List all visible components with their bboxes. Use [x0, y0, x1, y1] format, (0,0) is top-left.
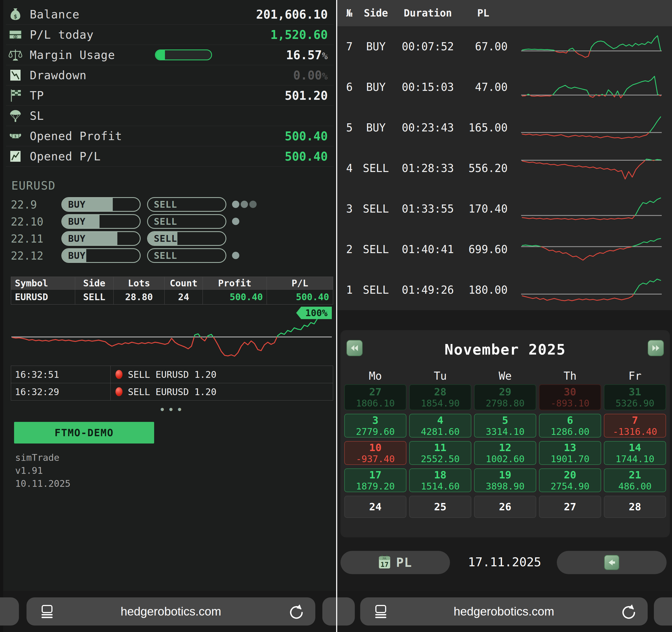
stat-label: Balance: [30, 8, 79, 21]
calendar-day-cell[interactable]: 193898.90: [474, 468, 536, 492]
day-pl-value: 4281.60: [421, 426, 459, 437]
positions-cell-profit: 500.40: [203, 290, 267, 304]
parachute-icon: [9, 109, 22, 122]
margin-usage-bar: [155, 49, 212, 60]
calendar-day-header: Fr: [604, 370, 666, 382]
day-number: 27: [564, 501, 576, 513]
browser-bar-right: hedgerobotics.com: [337, 591, 672, 632]
day-number: 30: [564, 386, 576, 398]
day-pl-value: 5326.90: [616, 398, 654, 409]
stat-row: Opened P/L500.40: [6, 146, 334, 167]
trade-duration: 00:07:52: [400, 26, 456, 67]
calendar-day-cell[interactable]: 30-893.10: [539, 384, 601, 410]
stat-row: SL: [6, 106, 334, 126]
day-number: 20: [564, 469, 576, 481]
calendar-day-cell[interactable]: 281854.90: [409, 384, 471, 410]
position-dot-icon: [249, 201, 257, 208]
calendar-day-cell[interactable]: 28: [604, 496, 666, 518]
calendar-day-cell[interactable]: 171879.20: [344, 468, 406, 492]
trade-side: BUY: [361, 107, 391, 148]
calendar-day-cell[interactable]: 131901.70: [539, 441, 601, 465]
day-number: 4: [437, 414, 443, 426]
buy-button[interactable]: BUY: [62, 248, 141, 263]
sell-button[interactable]: SELL: [147, 248, 226, 263]
svg-text:$: $: [14, 13, 17, 20]
calendar-day-cell[interactable]: 61286.00: [539, 414, 601, 438]
stat-label: Opened P/L: [30, 150, 101, 163]
stat-row: $P/L today1,520.60: [6, 25, 334, 45]
calendar-day-cell[interactable]: 26: [474, 496, 536, 518]
calendar-day-cell[interactable]: 202754.90: [539, 468, 601, 492]
calendar-day-cell[interactable]: 44281.60: [409, 414, 471, 438]
trade-number: 2: [340, 229, 359, 270]
calendar-day-cell[interactable]: 53314.10: [474, 414, 536, 438]
buy-button[interactable]: BUY: [62, 197, 141, 212]
adjacent-tab-fragment[interactable]: [0, 598, 19, 626]
day-pl-value: 3314.10: [486, 426, 524, 437]
positions-header-cell: Symbol: [11, 277, 75, 290]
account-stats-list: $Balance201,606.10$P/L today1,520.60Marg…: [6, 4, 334, 167]
calendar-day-cell[interactable]: 271806.10: [344, 384, 406, 410]
reload-icon[interactable]: [621, 604, 636, 620]
day-number: 31: [629, 386, 641, 398]
calendar-next-button[interactable]: [648, 340, 664, 356]
trade-pl: 165.00: [459, 107, 508, 148]
money-wings-icon: $: [9, 129, 22, 143]
calendar-day-cell[interactable]: 7-1316.40: [604, 414, 666, 438]
trade-row: 3SELL01:33:55170.40: [337, 189, 672, 229]
adjacent-tab-fragment[interactable]: [654, 598, 672, 626]
calendar-day-cell[interactable]: 25: [409, 496, 471, 518]
col-number: №: [340, 0, 359, 26]
calendar-day-cell[interactable]: 32779.60: [344, 414, 406, 438]
calendar-day-cell[interactable]: 315326.90: [604, 384, 666, 410]
log-more-dots[interactable]: •••: [11, 404, 333, 416]
calendar-day-header: Th: [539, 370, 601, 382]
trade-pl: 47.00: [459, 67, 508, 107]
ladder-row: 22.10BUYSELL: [6, 213, 334, 230]
log-time: 16:32:29: [11, 383, 111, 400]
price-level: 22.9: [11, 198, 37, 211]
pl-button-label: PL: [396, 555, 412, 570]
trade-row: 2SELL01:40:41699.60: [337, 229, 672, 270]
pl-mode-button[interactable]: JUL17 PL: [340, 551, 450, 574]
buy-button[interactable]: BUY: [62, 231, 141, 246]
calendar-day-cell[interactable]: 112552.50: [409, 441, 471, 465]
chart-down-icon: [9, 68, 22, 82]
day-pl-value: 1879.20: [356, 481, 394, 492]
sell-button[interactable]: SELL: [147, 214, 226, 229]
calendar-title: November 2025: [340, 341, 670, 358]
account-button[interactable]: FTMO-DEMO: [14, 422, 154, 443]
calendar-day-cell[interactable]: 181514.60: [409, 468, 471, 492]
calendar-day-cell[interactable]: 24: [344, 496, 406, 518]
back-button[interactable]: [557, 551, 667, 574]
calendar-day-cell[interactable]: 292798.80: [474, 384, 536, 410]
calendar-day-header: Tu: [409, 370, 471, 382]
url-text[interactable]: hedgerobotics.com: [26, 598, 315, 626]
trade-pl: 699.60: [459, 229, 508, 270]
adjacent-tab-fragment[interactable]: [322, 598, 355, 626]
closed-trades-area: № Side Duration PL 7BUY00:07:5267.006BUY…: [337, 0, 672, 310]
calendar-day-cell[interactable]: 10-937.40: [344, 441, 406, 465]
reload-icon[interactable]: [289, 604, 304, 620]
calendar-grid: 271806.10281854.90292798.8030-893.103153…: [344, 384, 666, 518]
calendar-day-cell[interactable]: 27: [539, 496, 601, 518]
chart-up-icon: [9, 149, 22, 163]
sell-button[interactable]: SELL: [147, 231, 226, 246]
day-number: 7: [632, 414, 638, 426]
day-number: 29: [499, 386, 511, 398]
stat-label: Drawdown: [30, 69, 87, 82]
buy-button[interactable]: BUY: [62, 214, 141, 229]
address-bar[interactable]: hedgerobotics.com: [360, 598, 648, 626]
calendar-day-cell[interactable]: 121002.60: [474, 441, 536, 465]
url-text[interactable]: hedgerobotics.com: [360, 598, 648, 626]
trade-side: SELL: [361, 270, 391, 310]
calendar-day-cell[interactable]: 21486.00: [604, 468, 666, 492]
address-bar[interactable]: hedgerobotics.com: [26, 598, 315, 626]
back-arrow-icon: [604, 555, 619, 570]
positions-header-cell: P/L: [267, 277, 333, 290]
calendar-day-cell[interactable]: 141744.10: [604, 441, 666, 465]
stat-value: 500.40: [285, 129, 328, 143]
trade-duration: 01:28:33: [400, 148, 456, 189]
trade-sparkline: [521, 33, 662, 60]
sell-button[interactable]: SELL: [147, 197, 226, 212]
